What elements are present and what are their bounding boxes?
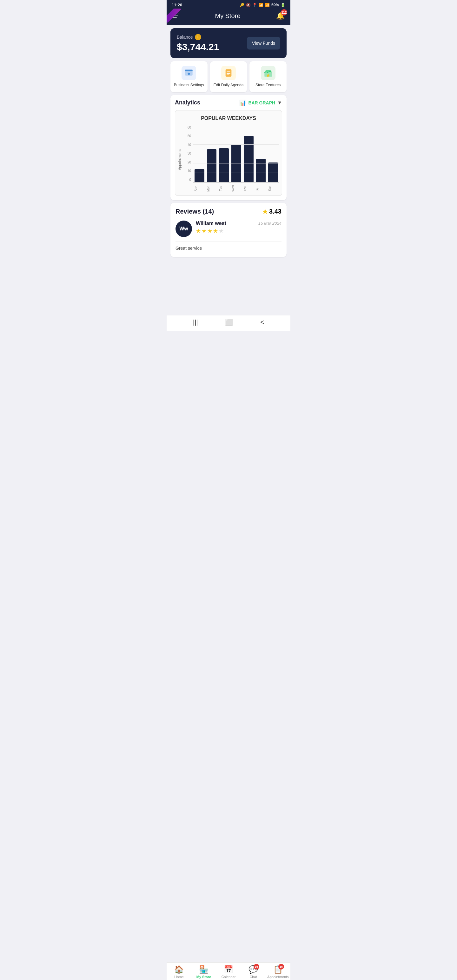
review-text: Great service — [175, 246, 282, 252]
bar-group-sat — [268, 126, 278, 183]
bar-sun — [194, 169, 204, 183]
reviews-section: Reviews (14) ★ 3.43 Ww William west 15 M… — [170, 203, 287, 257]
x-label-tue: Tue — [219, 184, 229, 193]
graph-selector[interactable]: 📊 BAR GRAPH ▼ — [239, 99, 282, 106]
bar-tue — [219, 148, 229, 183]
star-3: ★ — [207, 228, 212, 234]
notifications-button[interactable]: 🔔 112 — [276, 12, 285, 20]
bars-grid — [193, 126, 279, 183]
balance-info-icon[interactable]: i — [195, 34, 201, 40]
x-label-thu: Thu — [244, 184, 253, 193]
y-axis: 0 10 20 30 40 50 60 — [183, 126, 192, 189]
x-label-mon: Mon — [207, 184, 217, 193]
action-edit-daily-agenda[interactable]: Edit Daily Agenda — [210, 61, 247, 92]
action-business-settings[interactable]: Business Settings — [170, 61, 207, 92]
balance-amount: $3,744.21 — [177, 41, 219, 52]
chart-title: POPULAR WEEKDAYS — [178, 116, 279, 121]
balance-label: Balance i — [177, 34, 219, 40]
store-features-icon — [261, 66, 275, 80]
mute-icon: 🔇 — [246, 3, 251, 7]
wifi-icon: 📶 — [259, 3, 263, 7]
home-button[interactable]: ⬜ — [225, 319, 233, 326]
signal-icon: 📶 — [265, 3, 270, 7]
bar-mon — [207, 149, 217, 183]
action-store-features[interactable]: Store Features — [250, 61, 287, 92]
view-funds-button[interactable]: View Funds — [247, 37, 280, 49]
location-icon: 📍 — [252, 3, 257, 7]
reviews-rating: ★ 3.43 — [262, 208, 282, 215]
status-time: 11:20 — [172, 3, 182, 7]
recents-button[interactable]: ||| — [193, 319, 198, 326]
battery-text: 59% — [271, 3, 279, 7]
x-label-wed: Wed — [231, 184, 241, 193]
x-labels: SunMonTueWedThuFriSat — [193, 184, 279, 193]
analytics-section: Analytics 📊 BAR GRAPH ▼ POPULAR WEEKDAYS… — [170, 95, 287, 200]
chart-area: Appointments 0 10 20 30 40 50 60 — [178, 126, 279, 193]
notification-badge: 112 — [281, 9, 287, 16]
edit-daily-agenda-icon — [221, 66, 236, 80]
analytics-header: Analytics 📊 BAR GRAPH ▼ — [175, 99, 282, 106]
battery-icon: 🔋 — [280, 3, 285, 7]
svg-rect-4 — [226, 72, 231, 72]
rating-star-icon: ★ — [262, 208, 268, 215]
balance-info: Balance i $3,744.21 — [177, 34, 219, 52]
balance-card: Balance i $3,744.21 View Funds — [170, 28, 287, 58]
system-navigation: ||| ⬜ < — [167, 315, 290, 331]
back-button[interactable]: < — [260, 319, 264, 326]
svg-rect-6 — [226, 75, 229, 75]
svg-rect-5 — [226, 73, 231, 74]
bar-group-sun — [194, 126, 204, 183]
chevron-down-icon: ▼ — [277, 100, 282, 106]
y-axis-label: Appointments — [178, 126, 183, 193]
rating-score: 3.43 — [269, 208, 282, 215]
bars-wrapper: SunMonTueWedThuFriSat — [193, 126, 279, 193]
bar-group-fri — [256, 126, 266, 183]
key-icon: 🔑 — [240, 3, 244, 7]
bar-group-wed — [231, 126, 241, 183]
star-1: ★ — [196, 228, 201, 234]
bar-group-tue — [219, 126, 229, 183]
reviewer-name: William west — [196, 221, 226, 226]
review-content: William west 15 Mar 2024 ★ ★ ★ ★ ★ — [196, 221, 282, 237]
reviewer-avatar: Ww — [175, 221, 192, 237]
bar-group-thu — [244, 126, 253, 183]
x-label-fri: Fri — [256, 184, 266, 193]
review-date: 15 Mar 2024 — [258, 221, 282, 226]
bar-chart-icon: 📊 — [239, 99, 246, 106]
reviews-title: Reviews (14) — [175, 208, 214, 215]
app-header: My Store 🔔 112 — [167, 9, 290, 25]
status-bar: 11:20 🔑 🔇 📍 📶 📶 59% 🔋 — [167, 0, 290, 9]
star-4: ★ — [213, 228, 218, 234]
analytics-title: Analytics — [175, 99, 200, 106]
bar-wed — [231, 145, 241, 183]
bar-sat — [268, 162, 278, 183]
graph-label: BAR GRAPH — [248, 100, 275, 105]
x-label-sat: Sat — [268, 184, 278, 193]
status-icons: 🔑 🔇 📍 📶 📶 59% 🔋 — [240, 3, 285, 7]
bar-thu — [244, 136, 253, 183]
quick-actions: Business Settings Edit Daily Agenda Stor… — [170, 61, 287, 92]
star-rating: ★ ★ ★ ★ ★ — [196, 228, 282, 234]
business-settings-icon — [182, 66, 196, 80]
business-settings-label: Business Settings — [174, 83, 204, 88]
store-features-label: Store Features — [255, 83, 280, 88]
x-label-sun: Sun — [194, 184, 204, 193]
review-item: Ww William west 15 Mar 2024 ★ ★ ★ ★ ★ — [175, 221, 282, 242]
header-title: My Store — [215, 13, 240, 20]
edit-daily-agenda-label: Edit Daily Agenda — [213, 83, 244, 88]
bar-fri — [256, 159, 266, 183]
svg-rect-1 — [185, 70, 193, 72]
bar-group-mon — [207, 126, 217, 183]
star-2: ★ — [202, 228, 207, 234]
chart-container: POPULAR WEEKDAYS Appointments 0 10 20 30… — [175, 110, 282, 196]
promo-ribbon — [167, 9, 183, 24]
star-5: ★ — [219, 228, 224, 234]
reviews-header: Reviews (14) ★ 3.43 — [175, 208, 282, 215]
